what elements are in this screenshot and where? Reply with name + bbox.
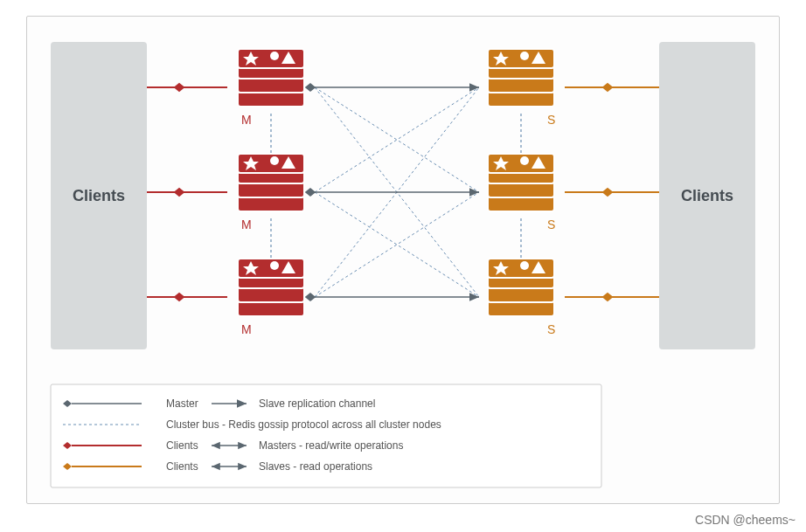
slave-label: S [547, 322, 555, 336]
svg-line-7 [315, 192, 479, 297]
clients-left-panel: Clients [51, 42, 147, 349]
clients-right-panel: Clients [659, 42, 755, 349]
master-node: M [238, 259, 304, 336]
clients-right-label: Clients [681, 187, 733, 204]
legend: Master Slave replication channel Cluster… [51, 384, 601, 487]
svg-point-57 [520, 261, 529, 270]
legend-clients-slave-label: Slaves - read operations [259, 460, 372, 473]
legend-clients-master-prefix: Clients [166, 439, 198, 452]
clients-left-label: Clients [73, 187, 125, 204]
slave-node: S [488, 259, 555, 336]
master-label: M [241, 322, 252, 336]
svg-line-2 [315, 87, 479, 192]
legend-replication-label: Slave replication channel [259, 397, 375, 410]
legend-master-label: Master [166, 397, 198, 410]
client-master-lines [147, 84, 227, 301]
slave-label: S [547, 218, 555, 231]
svg-point-36 [270, 261, 279, 270]
master-label: M [241, 113, 252, 127]
master-label: M [241, 218, 252, 231]
client-slave-lines [565, 84, 659, 301]
slave-node: S [488, 154, 555, 231]
svg-point-22 [270, 52, 279, 60]
slave-node: S [488, 49, 555, 127]
watermark: CSDN @cheems~ [695, 513, 796, 527]
svg-line-5 [315, 192, 479, 297]
replication-lines [306, 84, 479, 301]
legend-cluster-bus-label: Cluster bus - Redis gossip protocol acro… [166, 418, 441, 431]
svg-point-29 [270, 156, 279, 165]
svg-point-50 [520, 156, 529, 165]
legend-clients-master-label: Masters - read/write operations [259, 439, 403, 452]
svg-point-43 [520, 52, 529, 60]
slave-label: S [547, 113, 555, 127]
svg-line-4 [315, 87, 479, 192]
legend-clients-slave-prefix: Clients [166, 460, 198, 473]
architecture-diagram: Clients Clients [0, 0, 806, 532]
